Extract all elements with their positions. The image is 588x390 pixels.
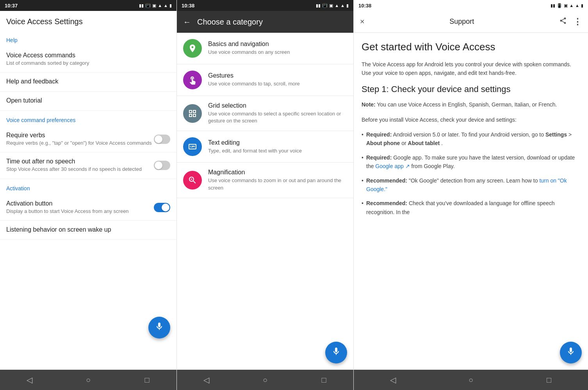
bottom-nav-p2: ◁ ○ □ <box>177 370 353 390</box>
status-icons-p3: ▮▮ 📳 ▣ ▲ ▲ ▮ <box>551 3 583 8</box>
back-nav-btn-p2[interactable]: ◁ <box>198 371 215 388</box>
note-content: You can use Voice Access in English, Spa… <box>377 101 557 108</box>
wifi-icon: ▲ <box>158 3 162 8</box>
intro-text: The Voice Access app for Android lets yo… <box>362 60 580 78</box>
share-button[interactable] <box>559 17 567 27</box>
item-subtitle-voice-commands: List of commands sorted by category <box>6 60 170 67</box>
requirements-list: Required: Android version 5.0 or later. … <box>362 130 580 216</box>
category-item-text-editing[interactable]: Text editing Type, edit, and format text… <box>177 131 353 163</box>
settings-item-help-feedback[interactable]: Help and feedback <box>0 73 176 92</box>
fab-voice-p2[interactable] <box>325 342 347 363</box>
basics-icon <box>183 39 202 58</box>
req-google-item: Required: Google app. To make sure you h… <box>362 153 580 171</box>
text-editing-icon <box>183 137 202 156</box>
item-title-open-tutorial: Open tutorial <box>6 97 170 104</box>
req-android-text: Android version 5.0 or later. To find yo… <box>393 131 545 138</box>
category-text-gestures: Gestures Use voice commands to tap, scro… <box>208 72 300 87</box>
status-bar-p3: 10:38 ▮▮ 📳 ▣ ▲ ▲ ▮ <box>354 0 588 11</box>
microphone-icon-p3 <box>566 347 576 358</box>
category-item-magnification[interactable]: Magnification Use voice commands to zoom… <box>177 163 353 198</box>
category-title: Choose a category <box>197 18 263 27</box>
item-subtitle-timeout: Stop Voice Access after 30 seconds if no… <box>6 166 154 173</box>
back-nav-btn-p3[interactable]: ◁ <box>384 371 401 388</box>
recents-nav-btn-p2[interactable]: □ <box>315 371 333 388</box>
rec-lang-bold: Recommended: <box>366 200 407 206</box>
req-android-item: Required: Android version 5.0 or later. … <box>362 130 580 148</box>
toggle-thumb-timeout <box>155 161 162 169</box>
grid-icon <box>183 104 202 123</box>
note-text: Note: You can use Voice Access in Englis… <box>362 100 580 109</box>
fab-voice-p1[interactable] <box>148 317 170 339</box>
item-text-listening-behavior: Listening behavior on screen wake up <box>6 226 170 234</box>
category-text-magnification: Magnification Use voice commands to zoom… <box>208 169 347 191</box>
magnification-icon <box>183 171 202 190</box>
battery-icon: ▮ <box>169 3 172 8</box>
fab-wrap-p3 <box>560 342 582 363</box>
back-nav-btn-p1[interactable]: ◁ <box>21 371 38 388</box>
fab-wrap-p2 <box>325 342 347 363</box>
panel-support: 10:38 ▮▮ 📳 ▣ ▲ ▲ ▮ × Support ⋮ Get sta <box>354 0 588 390</box>
item-title-voice-commands: Voice Access commands <box>6 52 170 59</box>
settings-bold: Settings <box>545 131 567 138</box>
google-app-link[interactable]: Google app ↗ <box>375 163 410 169</box>
bottom-nav-p1: ◁ ○ □ <box>0 370 176 390</box>
cat-title-gestures: Gestures <box>208 72 300 79</box>
wifi-icon-p2: ▲ <box>335 3 339 8</box>
item-title-timeout: Time out after no speech <box>6 158 154 165</box>
cat-sub-magnification: Use voice commands to zoom in or out and… <box>208 177 347 191</box>
home-nav-btn-p3[interactable]: ○ <box>462 371 479 388</box>
cat-sub-basics: Use voice commands on any screen <box>208 49 290 56</box>
cat-title-grid: Grid selection <box>208 102 347 109</box>
settings-item-timeout[interactable]: Time out after no speech Stop Voice Acce… <box>0 152 176 179</box>
vibrate-icon-p2: 📳 <box>322 3 328 8</box>
category-item-grid[interactable]: Grid selection Use voice commands to sel… <box>177 96 353 131</box>
support-title: Support <box>449 18 474 25</box>
cat-title-text-editing: Text editing <box>208 139 302 146</box>
settings-list: Help Voice Access commands List of comma… <box>0 31 176 370</box>
category-item-basics[interactable]: Basics and navigation Use voice commands… <box>177 33 353 64</box>
bottom-nav-p3: ◁ ○ □ <box>354 370 588 390</box>
item-text-open-tutorial: Open tutorial <box>6 97 170 105</box>
app-bar-category: ← Choose a category <box>177 11 353 33</box>
item-subtitle-activation-button: Display a button to start Voice Access f… <box>6 208 154 215</box>
settings-item-listening-behavior[interactable]: Listening behavior on screen wake up <box>0 221 176 240</box>
close-button[interactable]: × <box>360 17 365 26</box>
or-text: or <box>401 140 408 146</box>
more-options-button[interactable]: ⋮ <box>573 17 582 27</box>
item-text-voice-commands: Voice Access commands List of commands s… <box>6 52 170 67</box>
recents-nav-btn-p1[interactable]: □ <box>139 371 156 388</box>
toggle-require-verbs[interactable] <box>154 135 170 144</box>
fab-voice-p3[interactable] <box>560 342 582 363</box>
toggle-activation-button[interactable] <box>154 203 170 212</box>
settings-item-activation-button[interactable]: Activation button Display a button to st… <box>0 195 176 221</box>
section-header-activation: Activation <box>0 179 176 195</box>
wifi-icon-p3: ▲ <box>569 3 574 8</box>
home-nav-btn-p1[interactable]: ○ <box>80 371 97 388</box>
settings-item-open-tutorial[interactable]: Open tutorial <box>0 92 176 111</box>
rec-ok-google-item: Recommended: "Ok Google" detection from … <box>362 176 580 194</box>
microphone-icon-p1 <box>155 322 164 333</box>
rec-ok-bold: Recommended: <box>366 177 407 184</box>
signal-icon-p2: ▮▮ <box>316 3 321 8</box>
status-bar-p1: 10:37 ▮▮ 📳 ▣ ▲ ▲ ▮ <box>0 0 176 11</box>
item-subtitle-require-verbs: Require verbs (e.g., "tap" or "open") fo… <box>6 140 154 147</box>
status-time-p1: 10:37 <box>5 3 18 9</box>
category-item-gestures[interactable]: Gestures Use voice commands to tap, scro… <box>177 64 353 96</box>
home-nav-btn-p2[interactable]: ○ <box>257 371 274 388</box>
status-icons-p2: ▮▮ 📳 ▣ ▲ ▲ ▮ <box>316 3 349 8</box>
battery-icon-p3: ▮ <box>581 3 583 8</box>
toggle-timeout[interactable] <box>154 161 170 170</box>
item-title-activation-button: Activation button <box>6 200 154 207</box>
tv-icon-p3: ▣ <box>564 3 568 8</box>
settings-item-require-verbs[interactable]: Require verbs Require verbs (e.g., "tap"… <box>0 126 176 152</box>
step1-heading: Step 1: Check your device and settings <box>362 84 580 95</box>
back-button-p2[interactable]: ← <box>183 18 191 27</box>
tv-icon: ▣ <box>152 3 156 8</box>
app-bar-settings: Voice Access Settings <box>0 11 176 31</box>
item-title-require-verbs: Require verbs <box>6 132 154 139</box>
settings-item-voice-commands[interactable]: Voice Access commands List of commands s… <box>0 46 176 73</box>
recents-nav-btn-p3[interactable]: □ <box>540 371 558 388</box>
cat-title-basics: Basics and navigation <box>208 41 290 48</box>
signal-icon: ▮▮ <box>139 3 144 8</box>
status-bar-p2: 10:38 ▮▮ 📳 ▣ ▲ ▲ ▮ <box>177 0 353 11</box>
